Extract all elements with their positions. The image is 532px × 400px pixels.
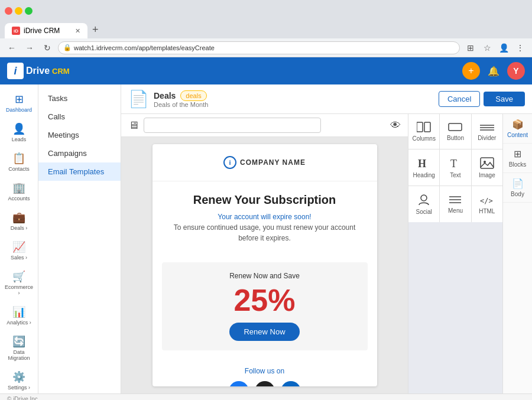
element-social-label: Social (416, 209, 432, 215)
sidebar-item-leads[interactable]: 👤 Leads (2, 119, 36, 146)
sidebar-label-dashboard: Dashboard (6, 107, 32, 113)
logo: i Drive CRM (7, 63, 70, 79)
browser-chrome (0, 0, 532, 21)
elements-section: Columns Button (408, 114, 502, 394)
menu-icon[interactable]: ⋮ (513, 41, 527, 55)
bookmark-icon[interactable]: ☆ (480, 41, 494, 55)
sidebar-item-data-migration[interactable]: 🔄 Data Migration (2, 331, 36, 365)
element-heading[interactable]: H Heading (408, 149, 439, 186)
sidebar-item-deals[interactable]: 💼 Deals › (2, 207, 36, 235)
social-icon-elem (417, 193, 431, 206)
email-desc-line2: To ensure continued usage, you must rene… (174, 223, 356, 242)
content-tab-icon: 📦 (512, 119, 524, 130)
active-tab[interactable]: iD iDrive CRM ✕ (5, 23, 87, 38)
left-panel-campaigns[interactable]: Campaigns (38, 144, 121, 162)
element-columns[interactable]: Columns (408, 114, 439, 149)
sidebar-label-deals: Deals › (11, 225, 28, 231)
data-migration-icon: 🔄 (12, 335, 25, 348)
status-bar: © iDrive Inc. (0, 394, 532, 400)
sidebar-item-accounts[interactable]: 🏢 Accounts (2, 178, 36, 205)
topbar-actions: + 🔔 Y (462, 62, 525, 80)
address-bar[interactable]: 🔒 watch1.idrivecrm.com/app/templates/eas… (58, 41, 460, 54)
save-button[interactable]: Save (484, 92, 525, 106)
contacts-icon: 📋 (12, 152, 25, 165)
element-button[interactable]: Button (440, 114, 471, 149)
company-logo: i COMPANY NAME (164, 156, 365, 169)
facebook-icon[interactable]: f (229, 381, 249, 386)
extensions-icon[interactable]: ⊞ (463, 41, 478, 55)
rsidebar-tab-blocks[interactable]: ⊞ Blocks (503, 144, 532, 173)
body-tab-icon: 📄 (512, 178, 524, 189)
element-divider[interactable]: Divider (472, 114, 502, 149)
social-heading: Follow us on (162, 367, 368, 375)
sidebar-item-contacts[interactable]: 📋 Contacts (2, 148, 36, 175)
new-tab-button[interactable]: + (87, 21, 103, 38)
element-button-label: Button (447, 135, 464, 141)
sidebar-label-accounts: Accounts (8, 196, 30, 201)
topbar: i Drive CRM + 🔔 Y (0, 57, 532, 84)
desktop-view-icon[interactable]: 🖥 (128, 119, 139, 132)
x-twitter-icon[interactable]: ✕ (255, 381, 275, 386)
company-logo-icon: i (223, 156, 236, 169)
rsidebar-tab-body[interactable]: 📄 Body (503, 173, 532, 203)
left-panel-email-templates[interactable]: Email Templates (38, 162, 121, 181)
reload-button[interactable]: ↻ (40, 41, 54, 55)
element-heading-label: Heading (413, 172, 435, 178)
minimize-button[interactable] (15, 7, 22, 15)
offer-percent: 25% (171, 285, 358, 316)
renew-now-button[interactable]: Renew Now (229, 323, 299, 341)
element-html[interactable]: </> HTML (472, 186, 502, 222)
add-button[interactable]: + (462, 62, 480, 80)
sidebar-label-settings: Settings › (8, 385, 30, 391)
rsidebar-tab-content[interactable]: 📦 Content (503, 114, 532, 144)
left-panel-tasks[interactable]: Tasks (38, 89, 121, 108)
canvas-top-bar: 🖥 👁 (121, 114, 408, 137)
linkedin-icon[interactable]: in (281, 381, 301, 386)
left-panel-calls[interactable]: Calls (38, 108, 121, 126)
toolbar-title-section: Deals deals Deals of the Month (154, 90, 434, 108)
text-icon: T (448, 157, 462, 170)
editor-toolbar: 📄 Deals deals Deals of the Month Cancel … (121, 84, 532, 114)
email-offer-box: Renew Now and Save 25% Renew Now (162, 262, 368, 350)
sidebar-item-settings[interactable]: ⚙️ Settings › (2, 367, 36, 394)
canvas-area[interactable]: 🖥 👁 i COMPA (121, 114, 408, 394)
status-text: © iDrive Inc. (7, 396, 40, 400)
sidebar-item-dashboard[interactable]: ⊞ Dashboard (2, 89, 36, 116)
element-text[interactable]: T Text (440, 149, 471, 186)
menu-icon-elem (448, 194, 462, 205)
editor-body: 🖥 👁 i COMPA (121, 114, 532, 394)
close-button[interactable] (5, 7, 12, 15)
element-image[interactable]: Image (472, 149, 502, 186)
left-panel-meetings[interactable]: Meetings (38, 126, 121, 144)
sidebar-item-analytics[interactable]: 📊 Analytics › (2, 302, 36, 329)
canvas-search-input[interactable] (144, 118, 321, 133)
tab-close-icon[interactable]: ✕ (75, 27, 80, 35)
window-controls (5, 7, 33, 15)
email-preview: i COMPANY NAME Renew Your Subscription Y… (153, 144, 377, 386)
url-text: watch1.idrivecrm.com/app/templates/easyC… (74, 44, 215, 51)
maximize-button[interactable] (25, 7, 33, 15)
email-main-section: Renew Your Subscription Your account wil… (153, 181, 377, 255)
cancel-button[interactable]: Cancel (439, 91, 480, 107)
element-text-label: Text (450, 172, 460, 178)
forward-button[interactable]: → (22, 41, 37, 55)
social-icons-row: f ✕ in (162, 381, 368, 386)
logo-crm: CRM (52, 67, 70, 76)
element-image-label: Image (479, 172, 495, 178)
sidebar-item-ecommerce[interactable]: 🛒 Ecommerce › (2, 266, 36, 300)
preview-eye-icon[interactable]: 👁 (390, 119, 401, 132)
back-button[interactable]: ← (5, 41, 19, 55)
svg-rect-2 (417, 122, 423, 132)
svg-text:T: T (450, 158, 457, 170)
element-social[interactable]: Social (408, 186, 439, 222)
notifications-button[interactable]: 🔔 (485, 62, 502, 80)
html-icon: </> (479, 194, 495, 206)
profile-icon[interactable]: 👤 (497, 41, 511, 55)
sidebar: ⊞ Dashboard 👤 Leads 📋 Contacts 🏢 Account… (0, 84, 38, 394)
avatar[interactable]: Y (507, 62, 525, 80)
element-menu[interactable]: Menu (440, 186, 471, 222)
template-file-icon: 📄 (128, 89, 149, 109)
svg-rect-3 (424, 122, 430, 132)
sidebar-item-sales[interactable]: 📈 Sales › (2, 237, 36, 264)
columns-icon (417, 121, 431, 133)
